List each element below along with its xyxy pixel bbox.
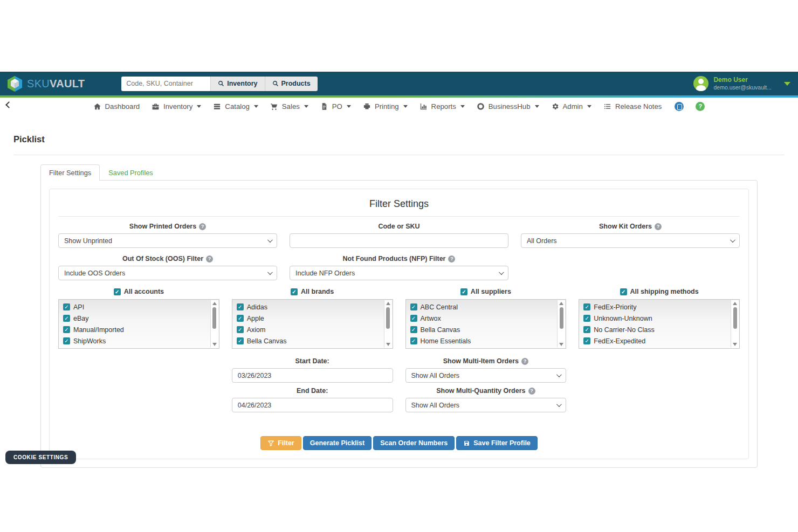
scroll-track[interactable] <box>731 305 739 343</box>
item-checkbox[interactable] <box>410 315 417 322</box>
list-item[interactable]: API <box>59 301 219 313</box>
item-checkbox[interactable] <box>63 315 70 322</box>
item-checkbox[interactable] <box>237 326 244 333</box>
list-item[interactable]: ABC Central <box>406 301 566 313</box>
list-item[interactable]: Adidas <box>232 301 393 313</box>
search-inventory-button[interactable]: Inventory <box>210 77 264 91</box>
oos-filter-select[interactable]: Include OOS Orders <box>58 266 277 280</box>
list-item[interactable]: Apple <box>232 313 393 324</box>
item-checkbox[interactable] <box>583 326 590 333</box>
multi-quantity-orders-select[interactable]: Show All Orders <box>405 398 567 412</box>
filter-button[interactable]: Filter <box>260 436 301 450</box>
nav-item-release-notes[interactable]: Release Notes <box>603 102 662 110</box>
item-checkbox[interactable] <box>237 315 244 322</box>
list-item[interactable]: ShipWorks <box>59 335 219 347</box>
item-checkbox[interactable] <box>583 303 590 310</box>
nav-item-po[interactable]: PO <box>320 102 351 110</box>
tab-filter-settings[interactable]: Filter Settings <box>40 164 100 181</box>
cookie-settings-button[interactable]: COOKIE SETTINGS <box>5 451 76 464</box>
list-item[interactable]: Artwox <box>406 313 566 324</box>
nav-item-inventory[interactable]: Inventory <box>152 102 201 110</box>
nav-item-businesshub[interactable]: BusinessHub <box>477 102 539 110</box>
scroll-track[interactable] <box>211 305 218 343</box>
scroll-thumb[interactable] <box>560 307 563 329</box>
nav-item-dashboard[interactable]: Dashboard <box>93 102 140 110</box>
scroll-down-arrow-icon[interactable] <box>212 343 217 346</box>
list-item[interactable]: Bella Canvas <box>232 335 393 347</box>
all-suppliers-checkbox[interactable] <box>460 288 467 295</box>
help-circle-icon[interactable] <box>528 388 535 395</box>
scroll-down-arrow-icon[interactable] <box>733 343 737 346</box>
item-checkbox[interactable] <box>63 326 70 333</box>
back-chevron-icon[interactable] <box>5 101 12 108</box>
all-shipping-methods-checkbox[interactable] <box>620 288 627 295</box>
scroll-down-arrow-icon[interactable] <box>386 343 390 346</box>
save-filter-profile-button[interactable]: Save Filter Profile <box>456 436 538 450</box>
save-floppy-icon <box>463 440 470 447</box>
list-item[interactable]: Axiom <box>232 324 393 335</box>
caret-down-icon <box>460 105 465 108</box>
skuvault-logo[interactable]: SKUVAULT <box>8 76 85 92</box>
scrollbar[interactable] <box>210 300 218 348</box>
tab-saved-profiles[interactable]: Saved Profiles <box>100 164 162 181</box>
intercom-chat-icon[interactable] <box>675 102 684 111</box>
scrollbar[interactable] <box>384 300 392 348</box>
scrollbar[interactable] <box>731 300 739 348</box>
item-checkbox[interactable] <box>63 303 70 310</box>
all-accounts-checkbox[interactable] <box>114 288 121 295</box>
show-printed-orders-select[interactable]: Show Unprinted <box>58 233 277 248</box>
scroll-thumb[interactable] <box>386 307 390 329</box>
item-checkbox[interactable] <box>410 326 417 333</box>
end-date-input[interactable] <box>232 398 393 412</box>
list-item[interactable]: FedEx-Expedited <box>579 335 739 347</box>
code-or-sku-input[interactable] <box>290 233 508 248</box>
help-circle-icon[interactable] <box>655 223 662 230</box>
item-checkbox[interactable] <box>583 337 590 344</box>
show-kit-orders-select[interactable]: All Orders <box>521 233 740 248</box>
scroll-down-arrow-icon[interactable] <box>559 343 563 346</box>
help-circle-icon[interactable] <box>199 223 206 230</box>
help-circle-icon[interactable] <box>521 358 528 365</box>
caret-down-icon <box>535 105 539 108</box>
item-checkbox[interactable] <box>237 337 244 344</box>
help-circle-icon[interactable] <box>448 255 455 262</box>
scroll-track[interactable] <box>558 305 565 343</box>
list-item[interactable]: Bella Canvas <box>406 324 566 335</box>
nfp-filter-select[interactable]: Include NFP Orders <box>290 266 508 280</box>
nav-item-reports[interactable]: Reports <box>419 102 465 110</box>
item-checkbox[interactable] <box>63 337 70 344</box>
nav-item-sales[interactable]: Sales <box>270 102 308 110</box>
nav-item-admin[interactable]: Admin <box>551 102 591 110</box>
scroll-thumb[interactable] <box>733 307 737 329</box>
item-checkbox[interactable] <box>410 337 417 344</box>
search-input[interactable] <box>121 77 210 91</box>
item-checkbox[interactable] <box>583 315 590 322</box>
nav-label: Reports <box>431 102 456 110</box>
start-date-input[interactable] <box>232 368 393 383</box>
help-circle-icon[interactable] <box>206 255 213 262</box>
nav-item-printing[interactable]: Printing <box>363 102 408 110</box>
scan-order-numbers-button[interactable]: Scan Order Numbers <box>373 436 455 450</box>
multi-item-orders-select[interactable]: Show All Orders <box>405 368 567 383</box>
list-item[interactable]: Unknown-Unknown <box>579 313 739 324</box>
nav-item-catalog[interactable]: Catalog <box>213 102 258 110</box>
field-show-printed-orders: Show Printed Orders Show Unprinted <box>58 223 277 248</box>
nav-label: Admin <box>563 102 583 110</box>
list-item[interactable]: Home Essentials <box>406 335 566 347</box>
scrollbar[interactable] <box>557 300 565 348</box>
search-products-button[interactable]: Products <box>265 77 318 91</box>
all-brands-checkbox[interactable] <box>291 288 298 295</box>
list-item[interactable]: No Carrier-No Class <box>579 324 739 335</box>
generate-picklist-button[interactable]: Generate Picklist <box>303 436 372 450</box>
list-item[interactable]: eBay <box>59 313 219 324</box>
scroll-thumb[interactable] <box>212 307 216 329</box>
item-checkbox[interactable] <box>237 303 244 310</box>
help-question-icon[interactable] <box>696 102 705 111</box>
scroll-track[interactable] <box>384 305 392 343</box>
list-item[interactable]: FedEx-Priority <box>579 301 739 313</box>
user-menu[interactable]: Demo User demo.user@skuvault... <box>693 76 790 91</box>
gear-icon <box>551 102 559 110</box>
item-checkbox[interactable] <box>410 303 417 310</box>
field-nfp-filter: Not Found Products (NFP) Filter Include … <box>290 255 508 280</box>
list-item[interactable]: Manual/Imported <box>59 324 219 335</box>
